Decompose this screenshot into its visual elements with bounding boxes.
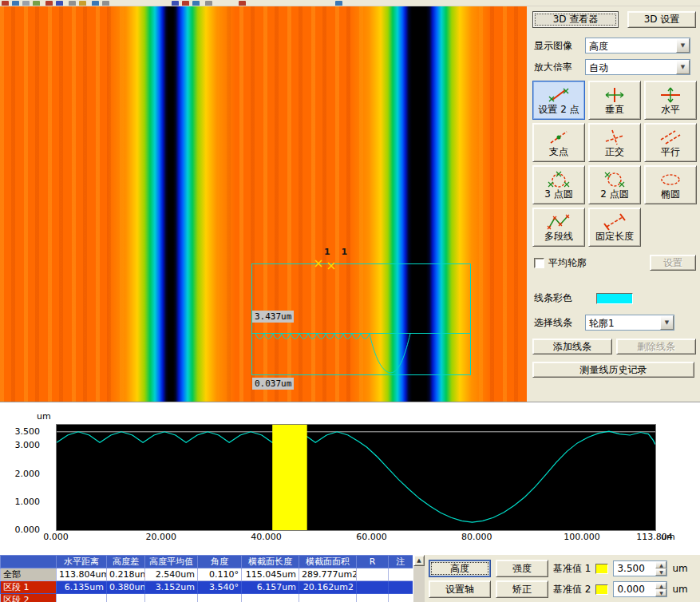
chevron-down-icon[interactable]: ▼ [676,38,690,53]
average-profile-checkbox[interactable] [534,258,544,268]
height-map-image[interactable]: 1 1 3.437um 0.037um [0,6,527,402]
tool-ellipse-button[interactable]: 椭圆 [644,165,697,204]
spin-up-icon[interactable]: ▲ [655,561,666,568]
reference-2-value: 0.000 [614,582,655,596]
tool-label: 固定长度 [595,232,634,242]
table-cell [107,594,145,602]
fixed-length-icon [603,212,627,231]
select-line-label: 选择线条 [534,316,585,330]
scroll-up-icon[interactable]: ▲ [413,555,425,566]
add-line-button[interactable]: 添加线条 [532,339,612,354]
correction-button[interactable]: 矫正 [496,580,548,598]
reference-2-unit: um [672,584,687,595]
toolbar-icon[interactable] [182,1,189,6]
measurement-tool-grid: 设置 2 点垂直水平支点正交平行3 点圆2 点圆椭圆多段线固定长度 [532,81,696,247]
toolbar-icon[interactable] [92,1,99,6]
tab-3d-viewer[interactable]: 3D 查看器 [532,11,619,28]
clipped-toolbar-strip [0,0,700,6]
toolbar-icon[interactable] [56,1,63,6]
profile-chart-section: um 3.5003.0002.0001.0000.000 0.00020.000… [0,402,700,555]
results-table-wrap: 水平距离高度差高度平均值角度横截面长度横截面面积R注全部113.804um0.2… [0,555,413,602]
table-row[interactable]: 全部113.804um0.218um2.540um0.110°115.045um… [1,568,413,581]
profile-plot[interactable] [56,424,656,531]
toolbar-icon[interactable] [172,1,179,6]
toolbar-icon[interactable] [12,1,19,6]
table-cell: 6.157um [242,581,299,594]
tool-polyline-button[interactable]: 多段线 [532,208,585,247]
set-button[interactable]: 设置 [650,255,696,271]
table-cell [198,594,242,602]
tool-label: 支点 [549,147,568,157]
spin-down-icon[interactable]: ▼ [655,568,666,576]
toolbar-icon[interactable] [102,1,109,6]
polyline-icon [547,212,571,231]
chevron-down-icon[interactable]: ▼ [660,315,674,330]
table-cell: 0.380um [107,581,145,594]
table-header-row: 水平距离高度差高度平均值角度横截面长度横截面面积R注 [1,556,413,568]
table-header-cell: 水平距离 [57,556,107,568]
toolbar-icon[interactable] [335,1,342,6]
x-tick-label: 100.000 [564,532,600,542]
y-tick-label: 2.000 [5,469,40,479]
reference-2-color-swatch[interactable] [595,584,608,595]
ellipse-icon [658,170,682,188]
y-tick-label: 3.000 [5,440,40,450]
reference-2-spinner[interactable]: 0.000 ▲ ▼ [613,581,667,597]
tool-label: 多段线 [544,232,573,242]
reference-1-label: 基准值 1 [553,562,591,576]
profile-line-number-label: 1 1 [324,247,351,257]
x-tick-label: 60.000 [356,532,387,542]
tool-horizontal-button[interactable]: 水平 [644,81,697,120]
height-mode-button[interactable]: 高度 [429,560,491,577]
intensity-mode-button[interactable]: 强度 [496,560,548,577]
toolbar-icon[interactable] [79,1,86,6]
profile-endpoint-markers [315,260,334,269]
x-tick-label: 40.000 [251,532,282,542]
x-tick-label: 0.000 [43,532,69,542]
toolbar-icon[interactable] [192,1,200,6]
display-image-select[interactable]: 高度 ▼ [585,38,690,53]
toolbar-icon[interactable] [205,1,212,6]
tool-fixed-length-button[interactable]: 固定长度 [588,208,641,247]
reference-1-color-swatch[interactable] [595,564,608,574]
table-row[interactable]: 区段 16.135um0.380um3.152um3.540°6.157um20… [1,581,413,594]
tool-vertical-button[interactable]: 垂直 [588,81,641,120]
tool-circle-3pt-button[interactable]: 3 点圆 [532,165,585,204]
y-tick-label: 3.500 [5,426,40,437]
toolbar-icon[interactable] [22,1,30,6]
chevron-down-icon[interactable]: ▼ [676,60,690,74]
table-row[interactable]: 区段 2 [1,594,413,602]
toolbar-icon[interactable] [45,1,53,6]
measurement-history-button[interactable]: 测量线历史记录 [532,362,694,378]
toolbar-icon[interactable] [33,1,40,6]
tab-3d-settings[interactable]: 3D 设置 [627,11,696,28]
set-axis-button[interactable]: 设置轴 [429,580,491,598]
y-tick-label: 1.000 [5,497,40,507]
table-header-cell: 注 [389,556,413,568]
tool-circle-2pt-button[interactable]: 2 点圆 [588,165,641,204]
reference-1-spinner[interactable]: 3.500 ▲ ▼ [613,560,667,576]
tool-set-2-points-button[interactable]: 设置 2 点 [532,81,585,120]
select-line-select[interactable]: 轮廓1 ▼ [585,315,674,331]
table-scrollbar[interactable]: ▲ [413,555,425,602]
tool-pivot-button[interactable]: 支点 [532,123,585,162]
x-tick-label: 80.000 [461,532,492,542]
tool-label: 水平 [661,105,680,115]
tool-label: 设置 2 点 [538,105,579,115]
tool-parallel-button[interactable]: 平行 [644,123,697,162]
toolbar-icon[interactable] [2,1,9,6]
magnification-select[interactable]: 自动 ▼ [585,59,690,75]
spin-down-icon[interactable]: ▼ [655,589,666,596]
tool-orthogonal-button[interactable]: 正交 [588,123,641,162]
table-header-cell: 高度平均值 [145,556,198,568]
table-cell: 113.804um [57,568,107,581]
line-color-swatch[interactable] [596,293,633,304]
table-cell: 3.152um [145,581,198,594]
toolbar-icon[interactable] [239,1,246,6]
spin-up-icon[interactable]: ▲ [655,582,666,589]
delete-line-button[interactable]: 删除线条 [616,339,696,354]
table-cell: 0.218um [107,568,145,581]
tool-label: 平行 [661,147,680,157]
measurement-overlay [0,6,527,402]
toolbar-icon[interactable] [69,1,76,6]
